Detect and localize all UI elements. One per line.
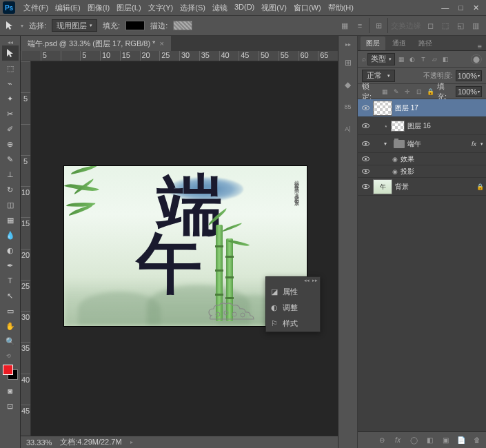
float-row-properties[interactable]: ◪属性	[266, 284, 320, 300]
filter-adjust-icon[interactable]: ◐	[407, 54, 417, 64]
menu-layer[interactable]: 图层(L)	[114, 1, 143, 14]
new-layer-icon[interactable]: 📄	[455, 435, 467, 446]
toolbox-collapse[interactable]: ◂◂	[1, 39, 19, 45]
layer-thumb[interactable]	[373, 179, 392, 194]
menu-image[interactable]: 图像(I)	[85, 1, 112, 14]
gradient-tool[interactable]: ▦	[2, 212, 19, 227]
dodge-tool[interactable]: ◐	[2, 243, 19, 258]
layer-fx-row[interactable]: ◉ 投影	[358, 165, 486, 178]
layer-row[interactable]: 背景 🔒	[358, 178, 486, 196]
opt-icon-4[interactable]: ▥	[469, 19, 482, 32]
visibility-toggle[interactable]	[361, 139, 370, 149]
eraser-tool[interactable]: ◫	[2, 197, 19, 212]
zoom-level[interactable]: 33.33%	[26, 438, 52, 447]
align-icon[interactable]: ▦	[338, 19, 351, 32]
opt-icon-1[interactable]: ◻	[424, 19, 436, 32]
blend-mode-dropdown[interactable]: 正常▾	[362, 70, 395, 82]
float-row-adjustments[interactable]: ◐调整	[266, 300, 320, 316]
move-tool[interactable]	[2, 45, 19, 61]
group-icon[interactable]: ▣	[439, 435, 452, 446]
layer-name[interactable]: 图层 16	[407, 121, 483, 131]
zoom-tool[interactable]: 🔍	[2, 334, 19, 349]
opt-icon-2[interactable]: ⬚	[439, 19, 452, 32]
layer-name[interactable]: 图层 17	[395, 103, 483, 113]
stroke-swatch[interactable]	[173, 21, 192, 30]
menu-type[interactable]: 文字(Y)	[145, 1, 176, 14]
distribute-icon[interactable]: ≡	[354, 19, 366, 32]
layer-row[interactable]: ▾ 端午 fx▾	[358, 135, 486, 153]
strip-icon-1[interactable]: ⊞	[342, 57, 354, 69]
delete-layer-icon[interactable]: 🗑	[471, 435, 483, 446]
float-close-icon[interactable]: ▸▸	[312, 278, 318, 283]
float-collapse-icon[interactable]: ◂◂	[304, 278, 310, 283]
close-button[interactable]: ✕	[473, 3, 479, 12]
color-swatches[interactable]	[2, 364, 19, 380]
hand-tool[interactable]: ✋	[2, 318, 19, 334]
pen-tool[interactable]: ✒	[2, 258, 19, 273]
filter-shape-icon[interactable]: ▱	[429, 54, 439, 64]
stamp-tool[interactable]: ⊥	[2, 167, 19, 182]
foreground-color[interactable]	[3, 365, 13, 375]
filter-smart-icon[interactable]: ◧	[441, 54, 450, 64]
quickmask-tool[interactable]: ◙	[2, 383, 19, 398]
ruler-horizontal[interactable]: 55101520253035404550556065	[21, 51, 338, 61]
layer-fx-row[interactable]: ◉ 效果	[358, 153, 486, 165]
lock-artboard-icon[interactable]: ⊡	[414, 87, 423, 96]
eyedropper-tool[interactable]: ✐	[2, 121, 19, 136]
type-tool[interactable]: T	[2, 273, 19, 288]
visibility-toggle[interactable]	[361, 167, 370, 176]
visibility-toggle[interactable]	[361, 121, 370, 131]
floating-panel[interactable]: ◂◂▸▸ ◪属性 ◐调整 ⚐样式	[265, 276, 321, 332]
select-mode-dropdown[interactable]: 现用图层▾	[52, 19, 97, 32]
opacity-input[interactable]: 100%▾	[456, 70, 482, 81]
layer-fx-icon[interactable]: fx	[392, 435, 404, 446]
link-layers-icon[interactable]: ⊖	[376, 435, 388, 446]
strip-icon-4[interactable]: A|	[342, 123, 354, 135]
brush-tool[interactable]: ✎	[2, 152, 19, 167]
fill-input[interactable]: 100%▾	[456, 86, 482, 97]
layer-thumb[interactable]	[373, 101, 392, 116]
opt-icon-3[interactable]: ◱	[454, 19, 467, 32]
menu-select[interactable]: 选择(S)	[177, 1, 208, 14]
ruler-vertical[interactable]: 551015202530354045	[21, 61, 31, 436]
marquee-tool[interactable]: ⬚	[2, 61, 19, 76]
visibility-toggle[interactable]	[361, 103, 370, 113]
menu-view[interactable]: 视图(V)	[259, 1, 290, 14]
fill-swatch[interactable]	[125, 21, 145, 30]
filter-kind-dropdown[interactable]: 类型▾	[367, 53, 395, 65]
visibility-toggle[interactable]	[361, 154, 370, 164]
tab-paths[interactable]: 路径	[413, 37, 438, 50]
layer-name[interactable]: 端午	[407, 139, 469, 149]
path-tool[interactable]: ↖	[2, 288, 19, 303]
arrange-icon[interactable]: ⊞	[372, 19, 385, 32]
strip-icon-2[interactable]: ◆	[342, 79, 354, 91]
adjustment-layer-icon[interactable]: ◧	[423, 435, 436, 446]
close-tab-icon[interactable]: ×	[159, 39, 163, 48]
expand-icon[interactable]: ▾	[384, 141, 391, 147]
layer-row[interactable]: ⋆ 图层 16	[358, 117, 486, 135]
menu-filter[interactable]: 滤镜	[210, 1, 230, 14]
document-view[interactable]: 端 午 端午粽香情意浓 龙舟竞渡祈安康 ◂◂▸▸ ◪属性 ◐调整	[31, 61, 338, 436]
filter-type-icon[interactable]: T	[418, 54, 428, 64]
menu-3d[interactable]: 3D(D)	[232, 1, 257, 14]
lock-all-icon[interactable]: 🔒	[426, 87, 435, 96]
panel-menu-icon[interactable]: ≡	[474, 42, 486, 50]
lasso-tool[interactable]: ⌁	[2, 76, 19, 91]
layer-row[interactable]: 图层 17	[358, 99, 486, 117]
menu-file[interactable]: 文件(F)	[21, 1, 51, 14]
menu-help[interactable]: 帮助(H)	[325, 1, 356, 14]
crop-tool[interactable]: ✂	[2, 106, 19, 121]
lock-pixel-icon[interactable]: ✎	[392, 87, 401, 96]
tab-channels[interactable]: 通道	[387, 37, 412, 50]
doc-info[interactable]: 文档:4.29M/22.7M	[60, 437, 121, 447]
strip-collapse[interactable]: ▸▸	[345, 41, 351, 47]
layer-name[interactable]: 背景	[395, 182, 474, 192]
filter-pixel-icon[interactable]: ▦	[396, 54, 406, 64]
shape-tool[interactable]: ▭	[2, 303, 19, 318]
visibility-toggle[interactable]	[361, 182, 370, 192]
menu-edit[interactable]: 编辑(E)	[52, 1, 83, 14]
healing-tool[interactable]: ⊕	[2, 136, 19, 152]
current-tool-icon[interactable]	[4, 20, 15, 31]
document-tab[interactable]: 端午.psd @ 33.3% (图层 17, RGB/8) * ×	[21, 36, 171, 51]
tab-layers[interactable]: 图层	[361, 37, 385, 50]
